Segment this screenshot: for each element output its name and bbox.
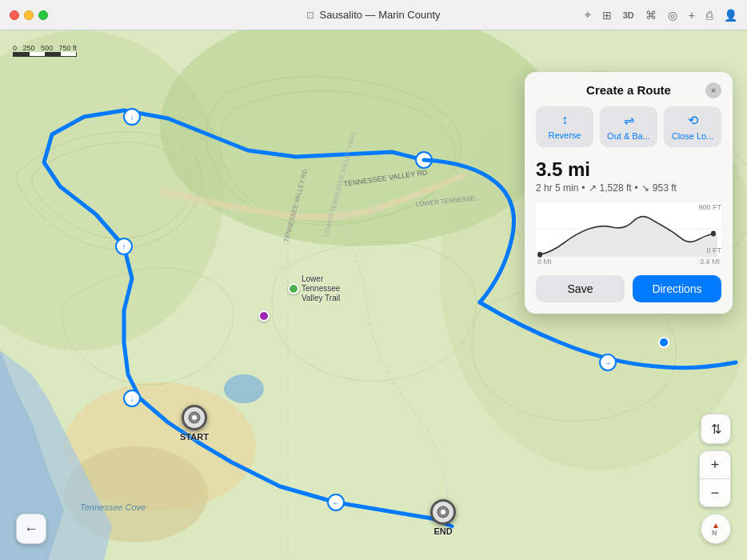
elev-y-max: 900 FT <box>698 203 721 211</box>
end-marker[interactable]: END <box>430 499 456 536</box>
end-label: END <box>433 526 452 536</box>
account-icon[interactable]: 👤 <box>724 9 737 22</box>
svg-point-6 <box>224 374 264 403</box>
save-button[interactable]: Save <box>536 275 625 302</box>
svg-point-34 <box>537 252 542 258</box>
reverse-label: Reverse <box>549 130 581 140</box>
elev-x-labels: 0 MI 3.4 MI <box>536 258 721 266</box>
minimize-button[interactable] <box>24 10 34 20</box>
close-loop-label: Close Lo... <box>672 131 714 141</box>
svg-text:Tennessee Cove: Tennessee Cove <box>80 502 146 512</box>
reverse-icon: ↕ <box>561 113 568 127</box>
route-details: 2 hr 5 min • ↗ 1,528 ft • ↘ 953 ft <box>536 182 721 194</box>
traffic-lights <box>10 10 48 20</box>
directions-button[interactable]: Directions <box>633 275 721 302</box>
toolbar-icons: ⌖ ⊞ 3D ⌘ ◎ + ⎙ 👤 <box>585 8 737 22</box>
svg-text:↓: ↓ <box>130 394 134 403</box>
panel-header: Create a Route × <box>536 83 721 97</box>
zoom-controls: + − <box>699 450 731 507</box>
route-distance: 3.5 mi <box>536 158 721 181</box>
panel-actions: ↕ Reverse ⇌ Out & Ba... ⟲ Close Lo... <box>536 106 721 147</box>
elev-x-max: 3.4 MI <box>700 258 720 266</box>
route-panel: Create a Route × ↕ Reverse ⇌ Out & Ba...… <box>525 72 733 314</box>
route-time: 2 hr 5 min <box>536 182 578 194</box>
end-circle <box>430 499 456 525</box>
elevation-up: 1,528 ft <box>600 182 632 194</box>
svg-point-28 <box>441 510 445 514</box>
add-icon[interactable]: + <box>689 9 695 22</box>
scale-line <box>13 52 77 57</box>
elevation-down: 953 ft <box>653 182 677 194</box>
filter-button[interactable]: ⇅ <box>701 414 731 444</box>
start-label: START <box>180 432 209 442</box>
elevation-up-icon: ↗ <box>589 182 597 194</box>
close-icon: × <box>711 86 716 95</box>
poi-dot <box>288 283 299 294</box>
close-loop-icon: ⟲ <box>688 113 698 128</box>
compass-button[interactable]: ▲ N <box>701 514 731 544</box>
elevation-down-icon: ↘ <box>641 182 649 194</box>
compass-icon: ▲ N <box>712 522 720 537</box>
reverse-button[interactable]: ↕ Reverse <box>536 106 593 147</box>
out-back-label: Out & Ba... <box>607 131 650 141</box>
svg-text:↑: ↑ <box>122 242 126 251</box>
route-stats: 3.5 mi 2 hr 5 min • ↗ 1,528 ft • ↘ 953 f… <box>536 158 721 194</box>
svg-point-33 <box>711 231 716 237</box>
start-marker[interactable]: START <box>180 405 209 442</box>
panel-footer: Save Directions <box>536 275 721 302</box>
location-arrow-icon[interactable]: ⌖ <box>585 8 591 22</box>
transit-icon[interactable]: ⌘ <box>645 9 657 22</box>
out-back-button[interactable]: ⇌ Out & Ba... <box>600 106 657 147</box>
back-icon: ← <box>24 521 38 538</box>
out-back-icon: ⇌ <box>624 113 634 128</box>
panel-close-button[interactable]: × <box>705 82 721 98</box>
3d-icon[interactable]: 3D <box>623 10 634 20</box>
close-loop-button[interactable]: ⟲ Close Lo... <box>664 106 721 147</box>
waypoint-marker[interactable] <box>258 310 270 322</box>
poi-marker[interactable]: Lower Tennessee Valley Trail <box>288 274 358 303</box>
window-title: ⊡ Sausalito — Marin County <box>306 9 440 21</box>
elevation-svg <box>536 202 721 266</box>
separator2: • <box>635 182 638 194</box>
svg-point-26 <box>192 415 197 420</box>
svg-point-19 <box>659 338 669 347</box>
zoom-out-button[interactable]: − <box>700 479 730 506</box>
title-bar: ⊡ Sausalito — Marin County ⌖ ⊞ 3D ⌘ ◎ + … <box>0 0 747 30</box>
close-button[interactable] <box>10 10 19 20</box>
panel-title: Create a Route <box>586 83 671 97</box>
maximize-button[interactable] <box>38 10 48 20</box>
scale-bar: 0 250 500 750 ft <box>13 43 77 57</box>
back-button[interactable]: ← <box>16 514 46 544</box>
layers-icon[interactable]: ⊞ <box>602 9 612 22</box>
share-icon[interactable]: ⎙ <box>706 9 713 22</box>
bottom-right-controls: ⇅ + − ▲ N <box>699 414 731 544</box>
filter-icon: ⇅ <box>711 422 721 437</box>
scale-labels: 0 250 500 750 ft <box>13 44 77 52</box>
svg-text:→: → <box>604 358 612 367</box>
map-container: ↓ ↑ → ↓ ← → TENNESSEE VALLEY RD LOWER TE… <box>0 30 747 560</box>
start-circle <box>182 405 207 430</box>
bottom-left-controls: ← <box>16 514 46 544</box>
svg-text:←: ← <box>332 498 340 507</box>
separator: • <box>581 182 585 194</box>
svg-text:↓: ↓ <box>130 113 134 122</box>
poi-label: Lower Tennessee Valley Trail <box>302 274 358 303</box>
elev-x-min: 0 MI <box>537 258 552 266</box>
elevation-chart: 900 FT 0 FT 0 MI 3.4 MI <box>536 202 721 266</box>
zoom-in-button[interactable]: + <box>700 451 730 478</box>
location-icon[interactable]: ◎ <box>668 9 677 22</box>
elev-y-min: 0 FT <box>706 246 721 254</box>
